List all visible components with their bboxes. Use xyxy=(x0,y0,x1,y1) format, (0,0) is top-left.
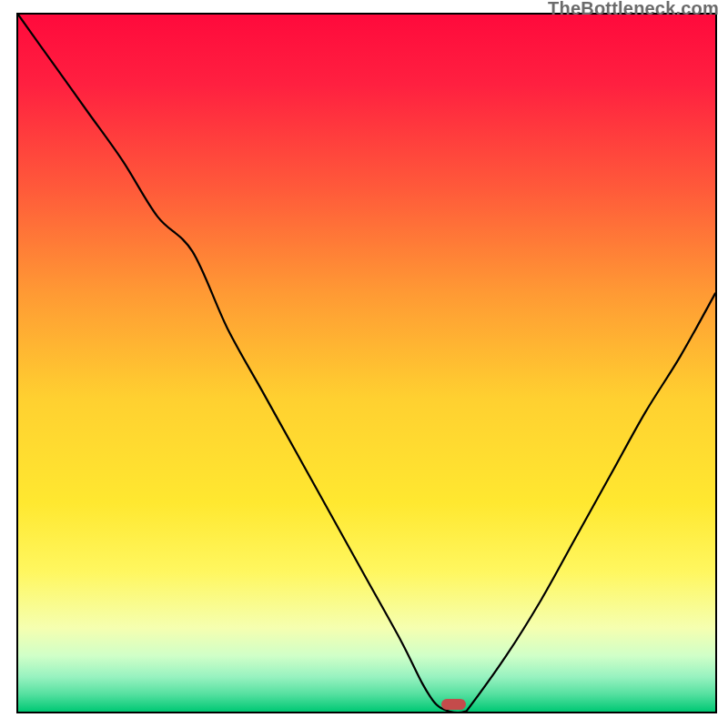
bottleneck-marker xyxy=(441,699,466,710)
chart-plot xyxy=(16,13,717,713)
chart-line-layer xyxy=(18,15,715,712)
series-curve xyxy=(18,15,715,712)
